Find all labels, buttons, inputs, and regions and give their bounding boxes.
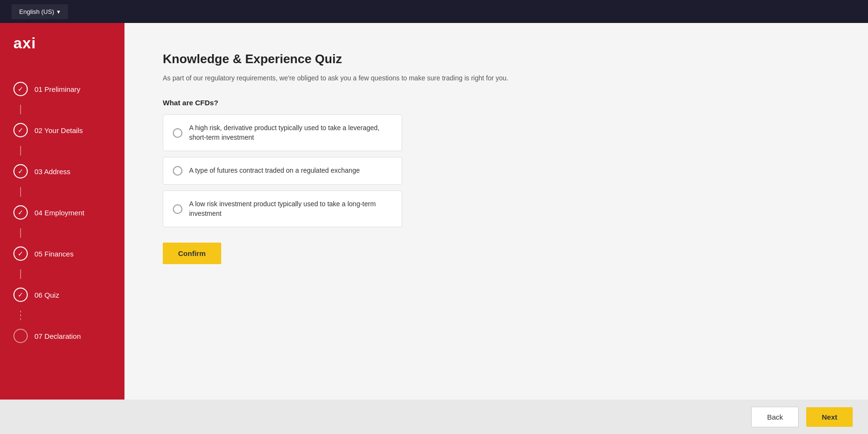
step-circle-05: ✓ (13, 246, 28, 261)
logo: axi (13, 34, 111, 52)
radio-3 (173, 204, 182, 214)
next-button[interactable]: Next (806, 407, 853, 427)
sidebar-label-employment: 04 Employment (34, 209, 84, 217)
connector-1 (20, 105, 21, 114)
check-icon-05: ✓ (18, 250, 23, 257)
connector-3 (20, 187, 21, 197)
sidebar-item-finances[interactable]: ✓ 05 Finances (0, 238, 124, 269)
step-circle-01: ✓ (13, 82, 28, 96)
connector-6-dashed (20, 311, 21, 320)
sidebar-label-your-details: 02 Your Details (34, 126, 83, 134)
check-icon-04: ✓ (18, 209, 23, 216)
step-circle-02: ✓ (13, 123, 28, 137)
step-circle-07 (13, 329, 28, 343)
check-icon-03: ✓ (18, 167, 23, 175)
content-area: Knowledge & Experience Quiz As part of o… (124, 23, 868, 400)
radio-1 (173, 128, 182, 138)
sidebar-item-preliminary[interactable]: ✓ 01 Preliminary (0, 73, 124, 105)
sidebar-item-declaration[interactable]: 07 Declaration (0, 320, 124, 352)
app-container: English (US) ▾ axi ✓ 01 Preliminary (0, 0, 868, 434)
sidebar-label-declaration: 07 Declaration (34, 332, 81, 340)
sidebar-item-your-details[interactable]: ✓ 02 Your Details (0, 114, 124, 146)
main-content: Knowledge & Experience Quiz As part of o… (124, 23, 868, 400)
sidebar-nav: ✓ 01 Preliminary ✓ 02 Your Details ✓ (0, 64, 124, 400)
check-icon-02: ✓ (18, 126, 23, 134)
sidebar-label-preliminary: 01 Preliminary (34, 85, 80, 93)
option-3[interactable]: A low risk investment product typically … (163, 190, 402, 227)
sidebar-item-quiz[interactable]: ✓ 06 Quiz (0, 279, 124, 311)
top-bar: English (US) ▾ (0, 0, 868, 23)
step-circle-06: ✓ (13, 288, 28, 302)
check-icon-01: ✓ (18, 85, 23, 93)
sidebar-item-employment[interactable]: ✓ 04 Employment (0, 197, 124, 228)
sidebar: axi ✓ 01 Preliminary ✓ 02 Your Details (0, 23, 124, 400)
step-circle-04: ✓ (13, 205, 28, 220)
sidebar-label-address: 03 Address (34, 167, 70, 176)
option-2[interactable]: A type of futures contract traded on a r… (163, 157, 402, 185)
step-circle-03: ✓ (13, 164, 28, 178)
question-label: What are CFDs? (163, 99, 830, 107)
sidebar-label-finances: 05 Finances (34, 250, 74, 258)
check-icon-06: ✓ (18, 291, 23, 299)
chevron-down-icon: ▾ (57, 8, 60, 15)
footer-bar: Back Next (0, 400, 868, 434)
sidebar-item-address[interactable]: ✓ 03 Address (0, 156, 124, 187)
connector-4 (20, 228, 21, 238)
sidebar-label-quiz: 06 Quiz (34, 291, 59, 299)
page-title: Knowledge & Experience Quiz (163, 52, 830, 67)
options-list: A high risk, derivative product typicall… (163, 114, 830, 227)
option-1-text: A high risk, derivative product typicall… (189, 123, 392, 142)
radio-2 (173, 166, 182, 176)
option-2-text: A type of futures contract traded on a r… (189, 166, 360, 176)
option-1[interactable]: A high risk, derivative product typicall… (163, 114, 402, 151)
logo-area: axi (0, 23, 124, 64)
language-selector[interactable]: English (US) ▾ (11, 4, 68, 19)
body-row: axi ✓ 01 Preliminary ✓ 02 Your Details (0, 23, 868, 400)
connector-5 (20, 269, 21, 279)
connector-2 (20, 146, 21, 156)
page-subtitle: As part of our regulatory requirements, … (163, 73, 830, 83)
confirm-button[interactable]: Confirm (163, 243, 221, 264)
back-button[interactable]: Back (751, 407, 799, 427)
language-label: English (US) (19, 8, 54, 15)
option-3-text: A low risk investment product typically … (189, 200, 392, 218)
